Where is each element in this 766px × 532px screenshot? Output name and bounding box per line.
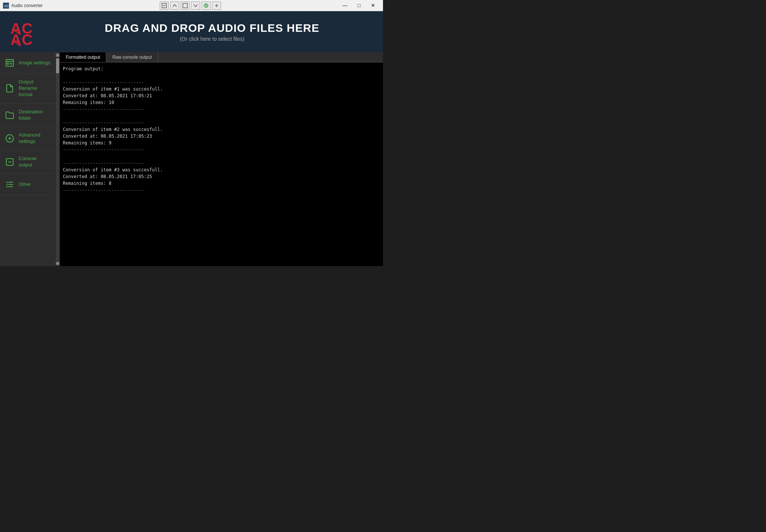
svg-rect-27 [6, 184, 7, 185]
file-icon [4, 83, 15, 94]
rem-3: Remaining items: 8 [63, 180, 380, 187]
program-label: Program output: [63, 65, 380, 72]
list-icon [4, 179, 15, 190]
app-logo: A C A C [7, 17, 37, 47]
svg-text:AC: AC [4, 4, 9, 8]
close-button[interactable]: ✕ [367, 1, 380, 10]
console-output: Program output: ------------------------… [60, 62, 383, 266]
sidebar-item-label-console: Console output [19, 156, 51, 168]
header[interactable]: A C A C DRAG AND DROP AUDIO FILES HERE (… [0, 11, 383, 52]
sidebar-item-other[interactable]: Other [0, 174, 55, 195]
svg-text:C: C [22, 31, 33, 47]
app-icon: AC [3, 3, 9, 9]
rem-1: Remaining items: 10 [63, 99, 380, 106]
scroll-up-arrow[interactable]: ▲ [56, 53, 59, 57]
sidebar-wrapper: Image settings Outputfilename format [0, 52, 60, 266]
sidebar-item-label-advanced: Advancedsettings [19, 132, 40, 145]
toolbar [160, 1, 221, 10]
sep-1-2: ------------------------------ [63, 106, 380, 113]
ts-1: Converted at: 08.05.2021 17:05:21 [63, 92, 380, 99]
sep-3-2: ------------------------------ [63, 187, 380, 193]
sidebar-item-label-destination: Destinationfolder [19, 109, 43, 122]
sep-3-1: ------------------------------ [63, 160, 380, 166]
toolbar-btn-check[interactable] [202, 1, 211, 10]
header-title: DRAG AND DROP AUDIO FILES HERE [49, 22, 376, 34]
toolbar-btn-3[interactable] [181, 1, 190, 10]
sep-2-1: ------------------------------ [63, 119, 380, 126]
header-text-area: DRAG AND DROP AUDIO FILES HERE (Or click… [49, 22, 376, 42]
sidebar-item-image-settings[interactable]: Image settings [0, 52, 55, 74]
plus-circle-icon [4, 133, 15, 144]
toolbar-btn-1[interactable] [160, 1, 169, 10]
scroll-track[interactable] [56, 58, 59, 261]
sidebar-item-advanced[interactable]: Advancedsettings [0, 127, 55, 150]
scroll-down-arrow[interactable]: ▼ [56, 262, 59, 265]
toolbar-btn-4[interactable] [191, 1, 200, 10]
sep-1-1: ------------------------------ [63, 79, 380, 86]
sidebar-scrollbar[interactable]: ▲ ▼ [55, 52, 60, 266]
tab-bar: Formatted output Raw console output [60, 52, 383, 62]
image-icon [4, 58, 15, 68]
maximize-button[interactable]: □ [352, 1, 366, 10]
sidebar: Image settings Outputfilename format [0, 52, 55, 266]
tab-raw-console[interactable]: Raw console output [106, 52, 158, 62]
sidebar-item-label-image: Image settings [19, 60, 50, 66]
msg-2: Conversion of item #2 was succesfull. [63, 126, 380, 133]
rem-2: Remaining items: 9 [63, 140, 380, 146]
sep-2-2: ------------------------------ [63, 146, 380, 153]
titlebar: AC Audio converter — □ ✕ [0, 0, 383, 11]
app-title: Audio converter [11, 3, 43, 8]
header-subtitle: (Or click here to select files) [49, 36, 376, 42]
scroll-thumb[interactable] [56, 58, 59, 73]
sidebar-item-console[interactable]: Console output [0, 150, 55, 174]
svg-point-17 [7, 63, 9, 64]
sidebar-item-destination[interactable]: Destinationfolder [0, 104, 55, 127]
toolbar-btn-2[interactable] [170, 1, 179, 10]
tab-formatted-output[interactable]: Formatted output [60, 52, 106, 62]
msg-1: Conversion of item #1 was succesfull. [63, 86, 380, 92]
ts-2: Converted at: 08.05.2021 17:05:23 [63, 133, 380, 140]
svg-rect-4 [183, 3, 187, 8]
folder-icon [4, 110, 15, 120]
toolbar-btn-5[interactable] [212, 1, 221, 10]
main-wrapper: Image settings Outputfilename format [0, 52, 383, 266]
svg-rect-28 [6, 186, 7, 187]
sidebar-item-output-filename[interactable]: Outputfilename format [0, 74, 55, 104]
svg-rect-26 [6, 182, 7, 183]
minimize-button[interactable]: — [338, 1, 352, 10]
window-controls: — □ ✕ [338, 1, 380, 10]
minus-square-icon [4, 157, 15, 167]
msg-3: Conversion of item #3 was succesfull. [63, 166, 380, 173]
sidebar-item-label-filename: Outputfilename format [19, 79, 51, 98]
output-panel: Formatted output Raw console output Prog… [60, 52, 383, 266]
sidebar-item-label-other: Other [19, 181, 31, 188]
ts-3: Converted at: 08.05.2021 17:05:25 [63, 173, 380, 180]
